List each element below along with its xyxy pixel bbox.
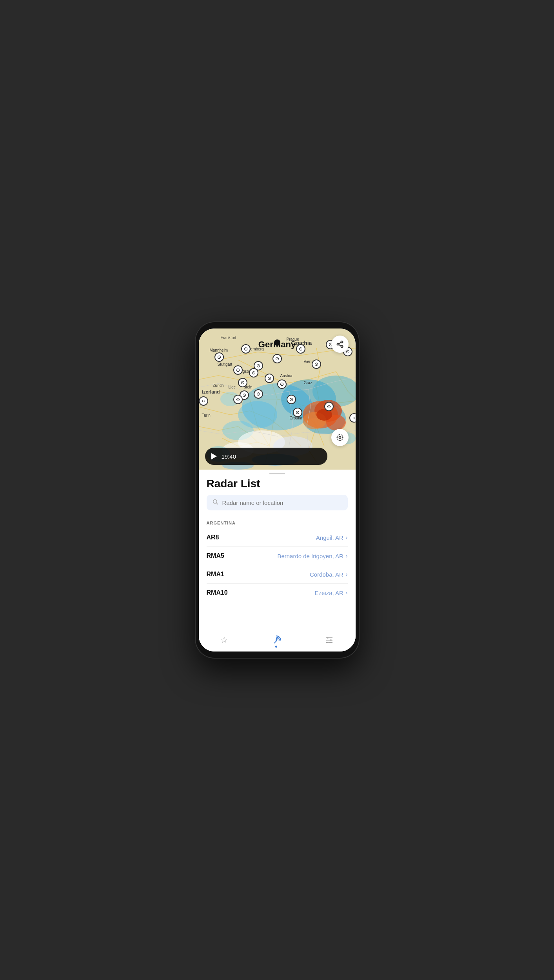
- radar-item-rma1[interactable]: RMA1 Cordoba, AR ›: [207, 565, 348, 584]
- radar-marker-14[interactable]: ⊙: [312, 359, 321, 369]
- radar-location-wrap-rma10[interactable]: Ezeiza, AR ›: [314, 590, 347, 596]
- radar-marker-5[interactable]: ⊙: [272, 354, 282, 363]
- radar-marker-17[interactable]: ⊙: [324, 402, 334, 411]
- camera-notch: [274, 339, 280, 346]
- svg-point-36: [330, 639, 332, 641]
- radar-marker-1[interactable]: ⊙: [241, 344, 251, 354]
- radar-location-rma5: Bernardo de Irigoyen, AR: [277, 553, 343, 559]
- radar-location-rma10: Ezeiza, AR: [314, 590, 343, 596]
- share-button[interactable]: [331, 336, 349, 353]
- settings-icon: [325, 635, 334, 645]
- svg-line-25: [339, 342, 341, 343]
- search-box[interactable]: [207, 495, 348, 510]
- radar-marker-15[interactable]: ⊙: [296, 344, 305, 354]
- svg-point-27: [337, 435, 343, 441]
- radar-item-rma5[interactable]: RMA5 Bernardo de Irigoyen, AR ›: [207, 547, 348, 565]
- svg-line-31: [274, 641, 276, 643]
- sheet-title: Radar List: [207, 477, 348, 490]
- radar-marker-3[interactable]: ⊙: [233, 365, 243, 375]
- radar-location-wrap-ar8[interactable]: Anguil, AR ›: [316, 534, 348, 541]
- chevron-icon-ar8: ›: [346, 534, 348, 541]
- chevron-icon-rma10: ›: [346, 590, 348, 596]
- nav-favorites[interactable]: ☆: [220, 635, 228, 645]
- chevron-icon-rma1: ›: [346, 571, 348, 577]
- favorites-icon: ☆: [220, 635, 228, 645]
- drag-handle[interactable]: [269, 473, 285, 474]
- section-header-argentina: ARGENTINA: [207, 515, 348, 528]
- phone-frame: Frankfurt Mannheim Stuttgart Nuremberg A…: [195, 321, 360, 659]
- radar-location-ar8: Anguil, AR: [316, 534, 343, 541]
- playback-time: 19:40: [222, 453, 236, 460]
- radar-location-wrap-rma5[interactable]: Bernardo de Irigoyen, AR ›: [277, 553, 347, 559]
- radar-list: ARGENTINA AR8 Anguil, AR › RMA5 Bernardo…: [199, 515, 356, 631]
- radar-marker-9[interactable]: ⊙: [277, 379, 287, 389]
- radar-marker-21[interactable]: ⊙: [349, 413, 356, 423]
- bottom-nav: ☆: [199, 631, 356, 652]
- radar-location-rma1: Cordoba, AR: [310, 571, 343, 578]
- playback-bar[interactable]: 19:40: [205, 448, 327, 465]
- svg-point-28: [213, 500, 216, 503]
- search-icon: [212, 499, 218, 506]
- svg-line-24: [339, 345, 341, 346]
- chevron-icon-rma5: ›: [346, 553, 348, 559]
- radar-nav-icon: [271, 635, 282, 645]
- radar-marker-12[interactable]: ⊙: [233, 395, 243, 404]
- svg-point-26: [339, 437, 341, 439]
- radar-code-rma1: RMA1: [207, 571, 224, 578]
- svg-point-35: [327, 637, 329, 639]
- svg-line-29: [216, 503, 218, 505]
- bottom-sheet: Radar List ARGENTINA AR8 A: [199, 470, 356, 652]
- radar-item-ar8[interactable]: AR8 Anguil, AR ›: [207, 528, 348, 547]
- radar-marker-13[interactable]: ⊙: [287, 395, 296, 404]
- radar-marker-18[interactable]: ⊙: [293, 408, 302, 417]
- sheet-header: Radar List: [199, 476, 356, 515]
- nav-active-dot: [275, 646, 277, 648]
- radar-marker-2[interactable]: ⊙: [214, 352, 224, 362]
- svg-point-21: [341, 341, 343, 343]
- map-area[interactable]: Frankfurt Mannheim Stuttgart Nuremberg A…: [199, 328, 356, 470]
- radar-item-rma10[interactable]: RMA10 Ezeiza, AR ›: [207, 584, 348, 599]
- radar-marker-7[interactable]: ⊙: [265, 374, 274, 383]
- play-button[interactable]: [211, 453, 217, 459]
- radar-marker-20[interactable]: ⊙: [199, 396, 208, 406]
- radar-code-ar8: AR8: [207, 534, 219, 541]
- radar-marker-11[interactable]: ⊙: [254, 389, 263, 399]
- radar-code-rma5: RMA5: [207, 552, 224, 559]
- nav-settings[interactable]: [325, 635, 334, 645]
- radar-location-wrap-rma1[interactable]: Cordoba, AR ›: [310, 571, 348, 578]
- nav-radar[interactable]: [271, 635, 282, 645]
- svg-point-23: [341, 345, 343, 347]
- radar-marker-8[interactable]: ⊙: [238, 378, 247, 387]
- radar-code-rma10: RMA10: [207, 589, 228, 596]
- radar-marker-6[interactable]: ⊙: [249, 368, 258, 377]
- phone-screen: Frankfurt Mannheim Stuttgart Nuremberg A…: [199, 328, 356, 652]
- svg-point-37: [328, 642, 329, 643]
- svg-point-22: [337, 343, 339, 345]
- location-button[interactable]: [331, 429, 349, 446]
- search-input[interactable]: [222, 499, 342, 506]
